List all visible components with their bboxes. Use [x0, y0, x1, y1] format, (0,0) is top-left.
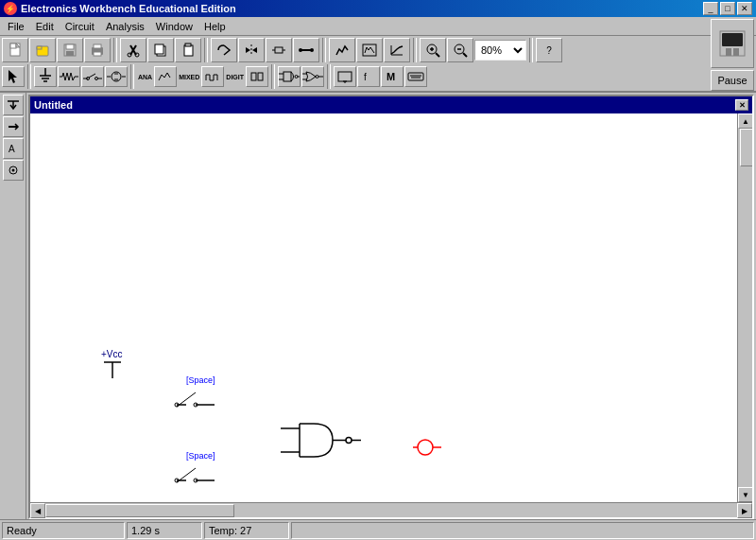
svg-text:A: A	[9, 144, 15, 154]
cut-button[interactable]	[120, 38, 146, 62]
svg-rect-16	[155, 44, 163, 54]
svg-rect-1	[10, 44, 16, 48]
menu-help[interactable]: Help	[198, 17, 232, 35]
circuit-titlebar: Untitled ✕	[30, 96, 752, 113]
svg-rect-10	[94, 52, 101, 56]
svg-point-26	[299, 48, 302, 52]
separator-5	[529, 38, 533, 62]
label-button[interactable]: A	[3, 138, 24, 159]
wire-tool-button[interactable]	[3, 116, 24, 137]
menu-window[interactable]: Window	[150, 17, 198, 35]
svg-rect-18	[185, 44, 191, 46]
bode-button[interactable]	[384, 38, 410, 62]
component2-button[interactable]	[105, 66, 128, 87]
help-button[interactable]: ?	[536, 38, 562, 62]
menu-edit[interactable]: Edit	[30, 17, 60, 35]
separator-r2-2	[130, 64, 134, 89]
minimize-button[interactable]: _	[703, 2, 718, 15]
scope-button[interactable]	[356, 38, 383, 62]
keyboard-button[interactable]	[404, 66, 427, 87]
svg-marker-20	[246, 47, 250, 53]
svg-rect-59	[284, 72, 291, 81]
status-fill	[291, 522, 754, 539]
menu-bar: File Edit Circuit Analysis Window Help	[0, 17, 756, 36]
open-button[interactable]	[29, 38, 56, 62]
scroll-thumb-h[interactable]	[45, 504, 234, 517]
nand-button[interactable]	[278, 66, 301, 87]
svg-text:[Space]: [Space]	[186, 375, 215, 385]
ground-button[interactable]	[34, 66, 57, 87]
circuit-canvas[interactable]: +Vcc [Space]	[30, 113, 737, 502]
svg-rect-71	[408, 73, 423, 80]
maximize-button[interactable]: □	[720, 2, 735, 15]
resistor-button[interactable]	[58, 66, 80, 87]
scroll-right-button[interactable]: ▶	[737, 503, 752, 518]
scroll-track-v[interactable]	[738, 129, 752, 487]
separator-3	[322, 38, 326, 62]
flip-button[interactable]	[238, 38, 265, 62]
circuit-container: Untitled ✕ +Vcc	[28, 95, 754, 519]
zoom-select[interactable]: 25% 50% 75% 80% 100% 125% 150%	[474, 40, 526, 61]
print-button[interactable]	[84, 38, 111, 62]
instrument-panel	[711, 19, 754, 68]
scroll-left-button[interactable]: ◀	[30, 503, 45, 518]
circuit-close-button[interactable]: ✕	[735, 99, 748, 111]
window-controls: _ □ ✕	[703, 2, 752, 15]
switch-button[interactable]	[81, 66, 104, 87]
status-bar: Ready 1.29 s Temp: 27	[0, 519, 756, 540]
scroll-thumb-v[interactable]	[740, 129, 752, 166]
menu-circuit[interactable]: Circuit	[60, 17, 100, 35]
svg-marker-21	[252, 47, 257, 53]
horizontal-scrollbar: ◀ ▶	[30, 502, 752, 517]
scroll-up-button[interactable]: ▲	[738, 113, 752, 129]
circuit-body: +Vcc [Space]	[30, 113, 752, 502]
svg-rect-17	[184, 45, 193, 56]
zoom-in-button[interactable]	[420, 38, 446, 62]
digit-button[interactable]	[246, 66, 268, 87]
toolbar-row-1: 25% 50% 75% 80% 100% 125% 150% ?	[2, 38, 754, 62]
separator-4	[413, 38, 417, 62]
nor-button[interactable]	[301, 66, 324, 87]
save-button[interactable]	[57, 38, 83, 62]
svg-point-109	[346, 438, 352, 444]
svg-rect-56	[258, 73, 263, 80]
title-bar: ⚡ Electronics Workbench Educational Edit…	[0, 0, 756, 17]
mixed-label: MIXED	[178, 73, 200, 81]
main-area: A Untitled ✕ +Vcc	[0, 93, 756, 521]
analyze-button[interactable]	[329, 38, 355, 62]
svg-text:M: M	[387, 71, 395, 82]
paste-button[interactable]	[175, 38, 201, 62]
svg-point-111	[418, 440, 433, 455]
svg-rect-28	[363, 44, 376, 56]
node-button[interactable]	[3, 160, 24, 181]
toolbar-area: 25% 50% 75% 80% 100% 125% 150% ? ANA	[0, 36, 756, 93]
toolbar-row-2: ANA MIXED DIGIT f M	[2, 64, 754, 89]
display-button[interactable]	[334, 66, 356, 87]
component-button[interactable]	[266, 38, 292, 62]
ana-button[interactable]	[154, 66, 177, 87]
close-button[interactable]: ✕	[737, 2, 752, 15]
scroll-track-h[interactable]	[45, 503, 737, 517]
svg-text:+Vcc: +Vcc	[101, 349, 123, 359]
menu-file[interactable]: File	[2, 17, 30, 35]
vertical-scrollbar: ▲ ▼	[737, 113, 752, 502]
left-toolbar: A	[0, 93, 26, 521]
svg-text:[Space]: [Space]	[186, 451, 215, 461]
pause-button[interactable]: Pause	[711, 70, 754, 91]
wire-button[interactable]	[293, 38, 319, 62]
multimeter-button[interactable]: M	[381, 66, 404, 87]
menu-analysis[interactable]: Analysis	[100, 17, 150, 35]
rotate-left-button[interactable]	[3, 95, 24, 115]
svg-rect-75	[722, 33, 743, 46]
pointer-button[interactable]	[2, 66, 25, 87]
new-button[interactable]	[2, 38, 28, 62]
mixed-button[interactable]	[201, 66, 224, 87]
scroll-down-button[interactable]: ▼	[738, 487, 752, 502]
right-panel: Pause	[709, 17, 756, 93]
svg-line-47	[89, 74, 95, 78]
copy-button[interactable]	[147, 38, 174, 62]
function-button[interactable]: f	[357, 66, 380, 87]
svg-rect-77	[733, 48, 739, 56]
rotate-button[interactable]	[211, 38, 237, 62]
zoom-out-button[interactable]	[447, 38, 473, 62]
